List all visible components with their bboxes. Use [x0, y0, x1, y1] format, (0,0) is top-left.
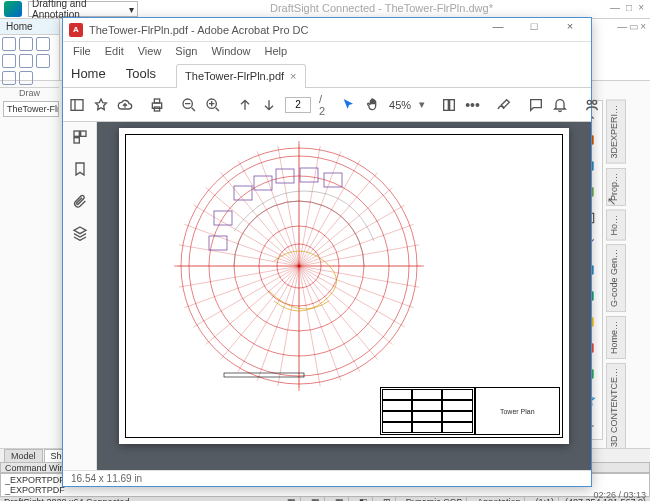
pdf-page-viewport[interactable]: // radial lines (function(){ var g=docum…: [97, 122, 591, 470]
hand-tool-icon[interactable]: [365, 96, 381, 114]
line-tool[interactable]: [2, 37, 16, 51]
svg-rect-21: [80, 131, 85, 136]
pdf-titlebar[interactable]: A TheTower-FlrPln.pdf - Adobe Acrobat Pr…: [63, 18, 591, 42]
panel-home[interactable]: Home…: [606, 316, 626, 359]
svg-rect-16: [444, 99, 449, 110]
ribbon-draw-tools: [0, 35, 59, 87]
svg-rect-73: [209, 236, 227, 250]
bookmark-icon[interactable]: [71, 160, 89, 178]
bell-icon[interactable]: [552, 96, 568, 114]
close-icon[interactable]: ×: [638, 2, 644, 13]
zoom-out-icon[interactable]: [181, 96, 197, 114]
pdf-file-tab-label: TheTower-FlrPln.pdf: [185, 70, 284, 82]
restore-icon[interactable]: ▭: [629, 21, 638, 32]
minimize-icon[interactable]: —: [617, 21, 627, 32]
status-scale[interactable]: (1:1): [531, 497, 559, 501]
svg-line-66: [299, 245, 419, 266]
layers-icon[interactable]: [71, 224, 89, 242]
status-dynamic-ccs[interactable]: Dynamic CCS: [402, 497, 468, 501]
panel-controls: — ▭ ×: [617, 21, 646, 32]
ds-collapsed-panels: 3DEXPERI… Prop… Ho… G-code Gen… Home… 3D…: [606, 100, 626, 501]
pdf-home-tab[interactable]: Home: [71, 66, 106, 81]
pdf-sheet-size: 16.54 x 11.69 in: [71, 473, 142, 484]
close-icon[interactable]: ×: [640, 21, 646, 32]
pdf-menubar: File Edit View Sign Window Help: [63, 42, 591, 60]
page-down-icon[interactable]: [261, 96, 277, 114]
svg-line-64: [299, 205, 405, 266]
attachment-icon[interactable]: [71, 192, 89, 210]
thumbnails-icon[interactable]: [71, 128, 89, 146]
comment-icon[interactable]: [528, 96, 544, 114]
svg-rect-68: [254, 176, 272, 190]
reading-mode-icon[interactable]: [441, 96, 457, 114]
circle-tool[interactable]: [2, 54, 16, 68]
panel-3dcontent[interactable]: 3D CONTENTCE…: [606, 363, 626, 452]
pdf-maximize-icon[interactable]: □: [519, 20, 549, 40]
page-up-icon[interactable]: [237, 96, 253, 114]
pdf-tools-tab[interactable]: Tools: [126, 66, 156, 81]
workspace-dropdown[interactable]: Drafting and Annotation ▾: [28, 1, 138, 17]
svg-line-36: [299, 266, 377, 359]
svg-line-45: [206, 266, 299, 344]
svg-line-61: [299, 160, 360, 266]
panel-gcode[interactable]: G-code Gen…: [606, 244, 626, 312]
share-icon[interactable]: [584, 96, 600, 114]
rect-tool[interactable]: [19, 54, 33, 68]
pdf-toolbar: / 2 45% ▾ •••: [63, 88, 591, 122]
menu-file[interactable]: File: [73, 45, 91, 57]
cloud-tool[interactable]: [2, 71, 16, 85]
ellipse-tool[interactable]: [36, 54, 50, 68]
maximize-icon[interactable]: □: [626, 2, 632, 13]
svg-line-65: [299, 224, 414, 266]
sb-toggle-1[interactable]: ▦: [283, 497, 301, 501]
pdf-file-tab[interactable]: TheTower-FlrPln.pdf ×: [176, 64, 305, 88]
svg-point-18: [587, 100, 591, 104]
svg-rect-17: [450, 99, 455, 110]
ds-statusbar: DraftSight 2020 x64 Connected ▦ ▦ ▦ ◧ ⊞ …: [0, 497, 650, 501]
menu-help[interactable]: Help: [265, 45, 288, 57]
menu-edit[interactable]: Edit: [105, 45, 124, 57]
arc-tool[interactable]: [36, 37, 50, 51]
ribbon-tab-home[interactable]: Home: [0, 19, 59, 35]
ribbon-panel-label: Draw: [0, 87, 59, 98]
pdf-minimize-icon[interactable]: —: [483, 20, 513, 40]
pdf-file-tab-close-icon[interactable]: ×: [290, 70, 296, 82]
sb-toggle-2[interactable]: ▦: [307, 497, 325, 501]
panel-3dexperi[interactable]: 3DEXPERI…: [606, 100, 626, 164]
cursor-icon: ↖: [607, 195, 616, 208]
more-icon[interactable]: •••: [465, 96, 480, 114]
pdf-nav-panel: [63, 122, 97, 470]
sidebar-toggle-icon[interactable]: [69, 96, 85, 114]
sb-toggle-4[interactable]: ◧: [355, 497, 373, 501]
menu-view[interactable]: View: [138, 45, 162, 57]
sb-toggle-5[interactable]: ⊞: [379, 497, 396, 501]
star-icon[interactable]: [93, 96, 109, 114]
tab-model[interactable]: Model: [4, 449, 43, 462]
pdf-window-title: TheTower-FlrPln.pdf - Adobe Acrobat Pro …: [89, 24, 308, 36]
pdf-status-bar: 16.54 x 11.69 in: [63, 470, 591, 486]
svg-rect-20: [74, 131, 79, 136]
print-icon[interactable]: [149, 96, 165, 114]
menu-sign[interactable]: Sign: [175, 45, 197, 57]
hatch-tool[interactable]: [19, 71, 33, 85]
cloud-upload-icon[interactable]: [117, 96, 133, 114]
page-number-input[interactable]: [285, 97, 311, 113]
ds-window-controls: — □ ×: [610, 2, 644, 13]
floor-plan-drawing: [174, 141, 424, 391]
sb-toggle-3[interactable]: ▦: [331, 497, 349, 501]
sign-icon[interactable]: [496, 96, 512, 114]
zoom-level[interactable]: 45%: [389, 99, 411, 111]
pdf-app-icon: A: [69, 23, 83, 37]
svg-line-42: [257, 266, 299, 381]
minimize-icon[interactable]: —: [610, 2, 620, 13]
panel-ho[interactable]: Ho…: [606, 210, 626, 241]
polyline-tool[interactable]: [19, 37, 33, 51]
menu-window[interactable]: Window: [211, 45, 250, 57]
ds-file-tab[interactable]: TheTower-FlrP…: [3, 101, 59, 117]
zoom-in-icon[interactable]: [205, 96, 221, 114]
svg-rect-69: [276, 169, 294, 183]
status-annotation[interactable]: Annotation: [473, 497, 525, 501]
pdf-close-icon[interactable]: ×: [555, 20, 585, 40]
zoom-chevron-icon[interactable]: ▾: [419, 98, 425, 111]
select-tool-icon[interactable]: [341, 96, 357, 114]
